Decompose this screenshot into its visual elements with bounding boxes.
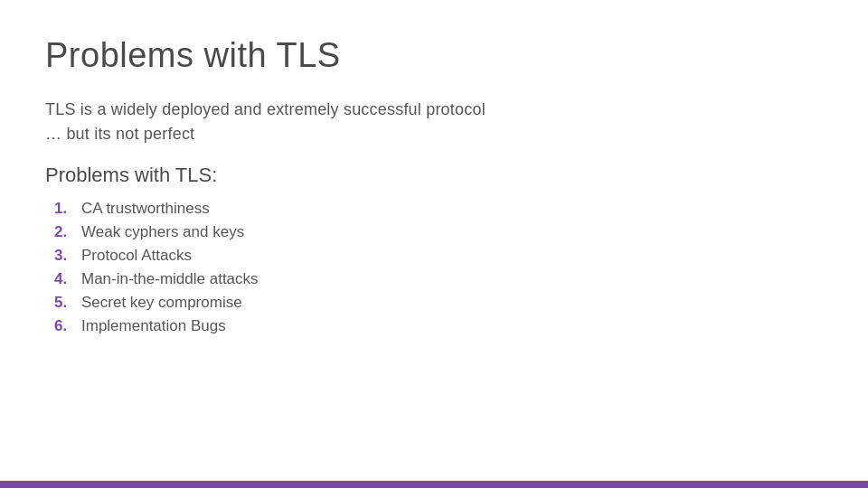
slide: Problems with TLS TLS is a widely deploy… — [0, 0, 868, 488]
list-item: 1.CA trustworthiness — [54, 200, 823, 218]
list-item: 6.Implementation Bugs — [54, 317, 823, 335]
list-item-text: CA trustworthiness — [81, 200, 210, 218]
list-item-number: 3. — [54, 247, 81, 265]
problems-heading: Problems with TLS: — [45, 164, 823, 187]
list-item: 3.Protocol Attacks — [54, 247, 823, 265]
list-item-text: Implementation Bugs — [81, 317, 226, 335]
list-item: 4.Man-in-the-middle attacks — [54, 270, 823, 288]
list-item-number: 2. — [54, 223, 81, 241]
problems-list: 1.CA trustworthiness2.Weak cyphers and k… — [45, 200, 823, 335]
list-item-text: Protocol Attacks — [81, 247, 192, 265]
list-item: 5.Secret key compromise — [54, 294, 823, 312]
slide-title: Problems with TLS — [45, 36, 823, 75]
list-item: 2.Weak cyphers and keys — [54, 223, 823, 241]
list-item-number: 6. — [54, 317, 81, 335]
list-item-number: 4. — [54, 270, 81, 288]
list-item-number: 5. — [54, 294, 81, 312]
bottom-bar — [0, 481, 868, 488]
list-item-text: Weak cyphers and keys — [81, 223, 244, 241]
list-item-number: 1. — [54, 200, 81, 218]
subtitle-line2: … but its not perfect — [45, 125, 823, 144]
list-item-text: Secret key compromise — [81, 294, 242, 312]
subtitle-line1: TLS is a widely deployed and extremely s… — [45, 100, 823, 119]
list-item-text: Man-in-the-middle attacks — [81, 270, 259, 288]
